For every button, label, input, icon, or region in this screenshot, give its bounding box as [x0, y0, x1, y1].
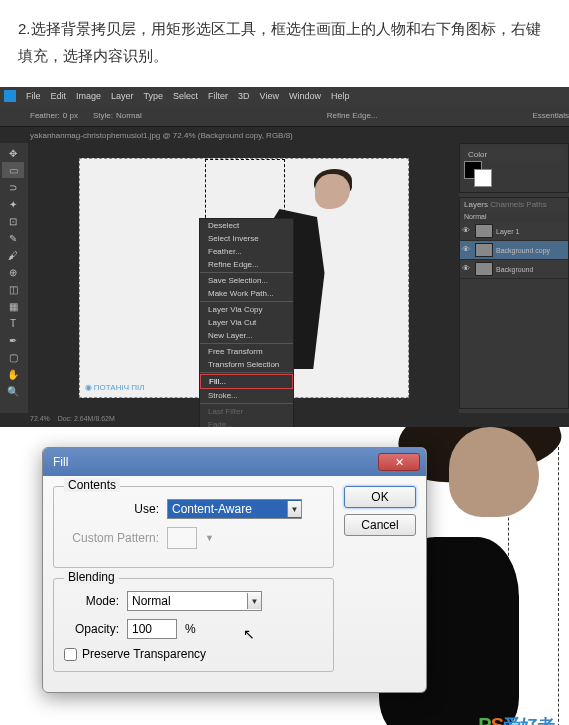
dialog-titlebar[interactable]: Fill ✕ [43, 448, 426, 476]
mode-label: Mode: [64, 594, 119, 608]
dialog-title: Fill [53, 455, 68, 469]
pattern-label: Custom Pattern: [64, 531, 159, 545]
feather-value[interactable]: 0 px [63, 111, 78, 120]
background-color[interactable] [474, 169, 492, 187]
refine-edge-button[interactable]: Refine Edge... [327, 111, 378, 120]
cancel-button[interactable]: Cancel [344, 514, 416, 536]
menu-3d[interactable]: 3D [238, 91, 250, 101]
menu-make-work-path[interactable]: Make Work Path... [200, 287, 293, 300]
canvas-area: ◉ ПОТАНІЧ ПІЛ Deselect Select Inverse Fe… [28, 143, 459, 413]
opacity-input[interactable] [127, 619, 177, 639]
marquee-tool[interactable]: ▭ [2, 162, 24, 178]
ok-button[interactable]: OK [344, 486, 416, 508]
menu-type[interactable]: Type [144, 91, 164, 101]
chevron-down-icon: ▼ [287, 501, 301, 517]
instruction-text: 2.选择背景拷贝层，用矩形选区工具，框选住画面上的人物和右下角图标，右键填充，选… [0, 0, 569, 87]
blending-legend: Blending [64, 570, 119, 584]
menu-image[interactable]: Image [76, 91, 101, 101]
context-menu: Deselect Select Inverse Feather... Refin… [199, 218, 294, 427]
menu-file[interactable]: File [26, 91, 41, 101]
menu-deselect[interactable]: Deselect [200, 219, 293, 232]
tools-panel: ✥ ▭ ⊃ ✦ ⊡ ✎ 🖌 ⊕ ◫ ▦ T ✒ ▢ ✋ 🔍 [0, 143, 28, 413]
wand-tool[interactable]: ✦ [2, 196, 24, 212]
panels-area: Color Layers Channels Paths Normal 👁 Lay… [459, 143, 569, 413]
preserve-checkbox[interactable] [64, 648, 77, 661]
menu-layer-via-copy[interactable]: Layer Via Copy [200, 303, 293, 316]
layer-row-1[interactable]: 👁 Layer 1 [460, 222, 568, 241]
doc-size: Doc: 2.64M/8.62M [58, 415, 115, 422]
menu-help[interactable]: Help [331, 91, 350, 101]
ps-logo-icon [4, 90, 16, 102]
blend-mode[interactable]: Normal [460, 211, 568, 222]
fill-dialog: Fill ✕ Contents Use: Content-Aware ▼ Cus… [42, 447, 427, 693]
photoshop-window: File Edit Image Layer Type Select Filter… [0, 87, 569, 427]
menu-layer[interactable]: Layer [111, 91, 134, 101]
gradient-tool[interactable]: ▦ [2, 298, 24, 314]
pattern-swatch [167, 527, 197, 549]
opacity-unit: % [185, 622, 196, 636]
mode-dropdown[interactable]: Normal ▼ [127, 591, 262, 611]
menu-refine-edge[interactable]: Refine Edge... [200, 258, 293, 271]
canvas-watermark: ◉ ПОТАНІЧ ПІЛ [85, 383, 145, 392]
eye-icon[interactable]: 👁 [462, 226, 472, 236]
menu-select-inverse[interactable]: Select Inverse [200, 232, 293, 245]
screenshot-2: ◉ Fill ✕ Contents Use: Content-Aware ▼ [0, 427, 569, 725]
menu-feather[interactable]: Feather... [200, 245, 293, 258]
style-label: Style: [93, 111, 113, 120]
menu-transform-selection[interactable]: Transform Selection [200, 358, 293, 371]
eye-icon[interactable]: 👁 [462, 264, 472, 274]
stamp-tool[interactable]: ⊕ [2, 264, 24, 280]
color-panel: Color [459, 143, 569, 193]
brush-tool[interactable]: 🖌 [2, 247, 24, 263]
options-bar: Feather:0 px Style:Normal Refine Edge...… [0, 105, 569, 127]
feather-label: Feather: [30, 111, 60, 120]
menu-filter[interactable]: Filter [208, 91, 228, 101]
hand-tool[interactable]: ✋ [2, 366, 24, 382]
menu-fade: Fade... [200, 418, 293, 427]
document-tab[interactable]: yakanhanmag-christophemusiol1.jpg @ 72.4… [30, 131, 293, 140]
menu-save-selection[interactable]: Save Selection... [200, 274, 293, 287]
color-panel-header: Color [464, 148, 564, 161]
shape-tool[interactable]: ▢ [2, 349, 24, 365]
menu-view[interactable]: View [260, 91, 279, 101]
eyedropper-tool[interactable]: ✎ [2, 230, 24, 246]
zoom-level[interactable]: 72.4% [30, 415, 50, 422]
zoom-tool[interactable]: 🔍 [2, 383, 24, 399]
chevron-down-icon: ▼ [247, 593, 261, 609]
text-tool[interactable]: T [2, 315, 24, 331]
crop-tool[interactable]: ⊡ [2, 213, 24, 229]
opacity-label: Opacity: [64, 622, 119, 636]
workspace-essentials[interactable]: Essentials [533, 111, 569, 120]
use-dropdown[interactable]: Content-Aware ▼ [167, 499, 302, 519]
menu-select[interactable]: Select [173, 91, 198, 101]
menu-new-layer[interactable]: New Layer... [200, 329, 293, 342]
menu-bar: File Edit Image Layer Type Select Filter… [0, 87, 569, 105]
document-tabs: yakanhanmag-christophemusiol1.jpg @ 72.4… [0, 127, 569, 143]
eye-icon[interactable]: 👁 [462, 245, 472, 255]
selection-edge [558, 427, 559, 725]
menu-edit[interactable]: Edit [51, 91, 67, 101]
contents-fieldset: Contents Use: Content-Aware ▼ Custom Pat… [53, 486, 334, 568]
menu-items: File Edit Image Layer Type Select Filter… [26, 91, 350, 101]
close-button[interactable]: ✕ [378, 453, 420, 471]
layer-row-bg-copy[interactable]: 👁 Background copy [460, 241, 568, 260]
menu-fill[interactable]: Fill... [200, 374, 293, 389]
contents-legend: Contents [64, 478, 120, 492]
eraser-tool[interactable]: ◫ [2, 281, 24, 297]
move-tool[interactable]: ✥ [2, 145, 24, 161]
style-value[interactable]: Normal [116, 111, 142, 120]
layers-panel: Layers Channels Paths Normal 👁 Layer 1 👁… [459, 197, 569, 409]
lasso-tool[interactable]: ⊃ [2, 179, 24, 195]
menu-layer-via-cut[interactable]: Layer Via Cut [200, 316, 293, 329]
preserve-label: Preserve Transparency [82, 647, 206, 661]
blending-fieldset: Blending Mode: Normal ▼ Opacity: % [53, 578, 334, 672]
menu-free-transform[interactable]: Free Transform [200, 345, 293, 358]
site-watermark: PS爱好者 www.psahz.com [475, 714, 554, 725]
menu-window[interactable]: Window [289, 91, 321, 101]
layer-row-bg[interactable]: 👁 Background [460, 260, 568, 279]
chevron-down-icon: ▼ [205, 533, 214, 543]
use-label: Use: [64, 502, 159, 516]
menu-last-filter: Last Filter [200, 405, 293, 418]
menu-stroke[interactable]: Stroke... [200, 389, 293, 402]
pen-tool[interactable]: ✒ [2, 332, 24, 348]
